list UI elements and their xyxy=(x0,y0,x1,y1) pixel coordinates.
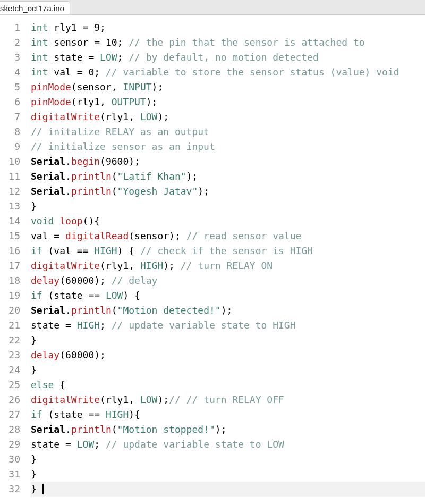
token-obj: Serial xyxy=(31,186,65,197)
token-plain: } xyxy=(31,364,37,375)
token-obj: Serial xyxy=(31,156,65,167)
token-plain xyxy=(88,245,94,256)
token-plain: ( xyxy=(60,349,65,360)
token-plain: val xyxy=(31,230,54,241)
code-line[interactable]: } xyxy=(31,482,425,497)
token-plain: = xyxy=(65,320,71,331)
code-line[interactable]: int sensor = 10; // the pin that the sen… xyxy=(31,35,425,50)
line-number: 18 xyxy=(0,273,20,288)
token-plain: state xyxy=(31,320,65,331)
code-line[interactable]: if (state == HIGH){ xyxy=(31,407,425,422)
code-line[interactable]: Serial.println("Yogesh Jatav"); xyxy=(31,184,425,199)
code-line[interactable]: Serial.println("Latif Khan"); xyxy=(31,169,425,184)
code-line[interactable]: digitalWrite(rly1, HIGH); // turn RELAY … xyxy=(31,258,425,273)
token-plain: } xyxy=(31,483,42,494)
token-plain: == xyxy=(88,409,100,420)
token-plain: == xyxy=(77,245,89,256)
token-cmt: // read sensor value xyxy=(186,230,302,241)
token-obj: Serial xyxy=(31,424,65,435)
code-line[interactable]: Serial.println("Motion detected!"); xyxy=(31,303,425,318)
token-plain: (rly1, xyxy=(100,260,140,271)
token-plain: ) { xyxy=(123,290,140,301)
token-plain: = xyxy=(65,439,71,450)
token-kw: int xyxy=(31,22,48,33)
token-plain: ); xyxy=(152,81,164,93)
token-fn: loop xyxy=(60,215,82,226)
token-kw: if xyxy=(31,290,42,301)
token-plain: ); xyxy=(94,275,112,286)
token-plain: state xyxy=(31,439,65,450)
line-number: 21 xyxy=(0,318,20,333)
code-line[interactable]: // initialize sensor as an input xyxy=(31,139,425,154)
token-kw: int xyxy=(31,37,48,48)
token-plain: } xyxy=(31,453,37,465)
code-line[interactable]: digitalWrite(rly1, LOW);// // turn RELAY… xyxy=(31,392,425,407)
code-line[interactable]: Serial.println("Motion stopped!"); xyxy=(31,422,425,437)
token-plain: (sensor, xyxy=(71,81,123,93)
token-plain: ( xyxy=(112,305,117,316)
line-number: 19 xyxy=(0,288,20,303)
line-number: 24 xyxy=(0,363,20,377)
token-fn: digitalWrite xyxy=(31,111,100,122)
code-line[interactable]: } xyxy=(31,467,425,482)
token-plain: ; xyxy=(117,37,129,48)
line-number: 8 xyxy=(0,124,20,139)
code-area[interactable]: int rly1 = 9;int sensor = 10; // the pin… xyxy=(31,20,425,497)
line-number: 31 xyxy=(0,467,20,482)
token-cmt: // check if the sensor is HIGH xyxy=(140,245,313,256)
token-plain: state xyxy=(48,52,89,63)
code-line[interactable]: pinMode(sensor, INPUT); xyxy=(31,80,425,95)
line-number: 1 xyxy=(0,20,20,35)
line-number: 29 xyxy=(0,437,20,452)
code-line[interactable]: state = HIGH; // update variable state t… xyxy=(31,318,425,333)
token-str: "Latif Khan" xyxy=(117,171,186,182)
code-line[interactable]: } xyxy=(31,452,425,467)
code-line[interactable]: int state = LOW; // by default, no motio… xyxy=(31,50,425,65)
tab-file[interactable]: sketch_oct17a.ino xyxy=(0,1,70,14)
token-plain: ; xyxy=(100,22,106,33)
code-line[interactable]: } xyxy=(31,199,425,214)
token-fn: delay xyxy=(31,349,60,360)
code-line[interactable]: state = LOW; // update variable state to… xyxy=(31,437,425,452)
token-plain: . xyxy=(65,305,71,316)
token-num: 0 xyxy=(88,66,94,78)
token-num: 9 xyxy=(94,22,100,33)
token-plain: ( xyxy=(60,275,65,286)
token-const: OUTPUT xyxy=(112,96,146,107)
code-editor[interactable]: 1234567891011121314151617181920212223242… xyxy=(0,15,425,497)
token-fn: pinMode xyxy=(31,96,71,107)
token-str: "Motion detected!" xyxy=(117,305,221,316)
token-plain xyxy=(100,37,106,48)
token-num: 60000 xyxy=(65,349,94,360)
code-line[interactable]: } xyxy=(31,333,425,348)
code-line[interactable]: int val = 0; // variable to store the se… xyxy=(31,65,425,80)
line-gutter: 1234567891011121314151617181920212223242… xyxy=(0,20,31,497)
token-plain: (){ xyxy=(83,215,100,226)
token-kw: void xyxy=(31,215,54,226)
token-const: LOW xyxy=(77,439,95,450)
code-line[interactable]: digitalWrite(rly1, LOW); xyxy=(31,110,425,124)
code-line[interactable]: // initalize RELAY as an output xyxy=(31,124,425,139)
line-number: 6 xyxy=(0,95,20,110)
token-const: LOW xyxy=(106,290,123,301)
code-line[interactable]: Serial.begin(9600); xyxy=(31,154,425,169)
line-number: 7 xyxy=(0,110,20,124)
token-kw: int xyxy=(31,52,48,63)
code-line[interactable]: void loop(){ xyxy=(31,214,425,229)
token-plain: ); xyxy=(157,394,169,405)
code-line[interactable]: delay(60000); // delay xyxy=(31,273,425,288)
code-line[interactable]: if (state == LOW) { xyxy=(31,288,425,303)
code-line[interactable]: val = digitalRead(sensor); // read senso… xyxy=(31,229,425,243)
code-line[interactable]: else { xyxy=(31,377,425,392)
line-number: 10 xyxy=(0,154,20,169)
code-line[interactable]: delay(60000); xyxy=(31,348,425,363)
code-line[interactable]: if (val == HIGH) { // check if the senso… xyxy=(31,243,425,258)
token-plain xyxy=(94,52,100,63)
code-line[interactable]: int rly1 = 9; xyxy=(31,20,425,35)
token-plain: ; xyxy=(117,52,129,63)
code-line[interactable]: } xyxy=(31,363,425,377)
line-number: 27 xyxy=(0,407,20,422)
token-const: LOW xyxy=(140,111,158,122)
token-obj: Serial xyxy=(31,305,65,316)
code-line[interactable]: pinMode(rly1, OUTPUT); xyxy=(31,95,425,110)
